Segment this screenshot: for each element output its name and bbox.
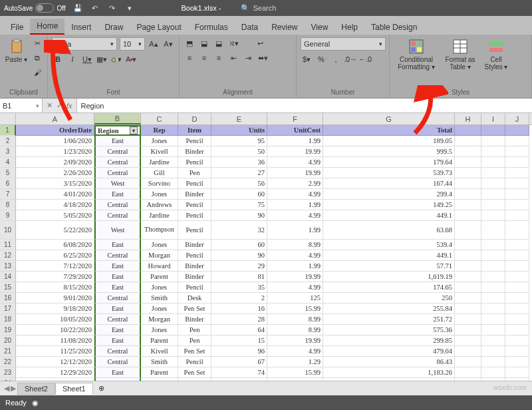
cell[interactable] [505,178,529,189]
cell[interactable] [455,189,481,200]
cell[interactable] [481,325,505,335]
row-header[interactable]: 18 [0,314,16,325]
qat-more-icon[interactable]: ▾ [124,3,135,13]
row-header[interactable]: 15 [0,282,16,293]
cell[interactable] [505,240,529,250]
cell[interactable]: Pen [178,325,211,335]
cell[interactable]: 16 [211,304,267,314]
cell[interactable]: Parent [141,367,178,378]
cell[interactable]: 90 [211,210,267,221]
row-header[interactable]: 13 [0,261,16,272]
col-header-E[interactable]: E [211,113,267,124]
cell[interactable]: Central [94,314,141,325]
cell[interactable]: 27 [211,168,267,178]
cell[interactable] [481,168,505,178]
cell[interactable]: Binder [178,240,211,250]
format-painter-icon[interactable]: 🖌 [31,67,43,79]
cell[interactable]: Central [94,346,141,357]
cell[interactable]: Sorvino [141,178,178,189]
cell[interactable]: 2/09/2020 [16,157,94,168]
cell[interactable] [455,250,481,261]
cell[interactable]: 4.99 [267,250,323,261]
tab-file[interactable]: File [4,20,30,35]
cell[interactable]: 75 [211,200,267,210]
cell[interactable] [505,367,529,378]
cell[interactable]: Central [94,293,141,304]
cell[interactable] [505,250,529,261]
orientation-icon[interactable]: ⤭▾ [227,37,239,49]
cell[interactable]: Pencil [178,250,211,261]
cell[interactable]: Pencil [178,221,211,240]
cell[interactable]: West [94,178,141,189]
cell[interactable]: Pen Set [178,346,211,357]
tab-table-design[interactable]: Table Design [364,20,424,35]
cell[interactable] [481,178,505,189]
cell[interactable]: 255.84 [323,304,455,314]
cell[interactable]: 64 [211,325,267,335]
cell[interactable]: Pencil [178,210,211,221]
align-center-icon[interactable]: ≡ [198,52,210,64]
cell[interactable]: 19.99 [267,272,323,282]
cell[interactable] [481,272,505,282]
cell[interactable]: 10/05/2020 [16,314,94,325]
cell[interactable]: East [94,189,141,200]
cell[interactable]: 251.72 [323,314,455,325]
col-header-F[interactable]: F [267,113,323,124]
cell[interactable]: 15.99 [267,304,323,314]
cell[interactable]: Binder [178,314,211,325]
row-header[interactable]: 14 [0,272,16,282]
cell[interactable] [505,325,529,335]
cell[interactable]: Parent [141,272,178,282]
cell[interactable]: East [94,335,141,346]
cell[interactable] [481,367,505,378]
cell[interactable]: Andrews [141,200,178,210]
cell[interactable] [455,146,481,157]
cell[interactable]: Smith [141,357,178,367]
cell[interactable] [505,125,529,136]
cell[interactable]: OrderDate [16,125,94,136]
cell[interactable] [455,357,481,367]
cell[interactable] [455,293,481,304]
row-header[interactable]: 10 [0,221,16,240]
cell[interactable]: 19.99 [267,146,323,157]
cell[interactable]: 19.99 [267,335,323,346]
cell[interactable] [481,200,505,210]
cell[interactable]: 35 [211,282,267,293]
cut-icon[interactable]: ✂ [31,37,43,49]
spreadsheet-grid[interactable]: ABCDEFGHIJ 1OrderDateRegion▾RepItemUnits… [0,113,532,399]
cell[interactable] [505,189,529,200]
cell[interactable]: 7/12/2020 [16,261,94,272]
cell[interactable]: 32 [211,221,267,240]
cell[interactable]: 8/15/2020 [16,282,94,293]
cell[interactable] [455,136,481,146]
cell[interactable]: Jardine [141,210,178,221]
cell[interactable] [481,157,505,168]
cell[interactable]: 167.44 [323,178,455,189]
tab-review[interactable]: Review [265,20,304,35]
cell[interactable]: 81 [211,272,267,282]
cell[interactable]: 299.4 [323,189,455,200]
cell[interactable]: Pencil [178,282,211,293]
cell[interactable]: East [94,136,141,146]
cell[interactable] [505,272,529,282]
cell[interactable]: East [94,261,141,272]
paste-button[interactable]: Paste ▾ [4,37,29,63]
cell[interactable]: Central [94,157,141,168]
row-header[interactable]: 19 [0,325,16,335]
cell[interactable] [481,136,505,146]
cell[interactable]: Pencil [178,136,211,146]
sheet-tab-sheet2[interactable]: Sheet2 [17,383,55,395]
cell[interactable]: 7/29/2020 [16,272,94,282]
name-box[interactable]: B1▾ [0,99,43,112]
cell[interactable] [455,346,481,357]
new-sheet-icon[interactable]: ⊕ [94,384,108,393]
cell[interactable] [455,240,481,250]
cell[interactable]: 5/05/2020 [16,210,94,221]
cell[interactable]: 299.85 [323,335,455,346]
cell[interactable]: 9/18/2020 [16,304,94,314]
cell[interactable] [505,293,529,304]
row-header[interactable]: 9 [0,210,16,221]
cell[interactable]: 1.99 [267,261,323,272]
macro-record-icon[interactable]: ◉ [32,399,39,407]
cell[interactable]: 86.43 [323,357,455,367]
